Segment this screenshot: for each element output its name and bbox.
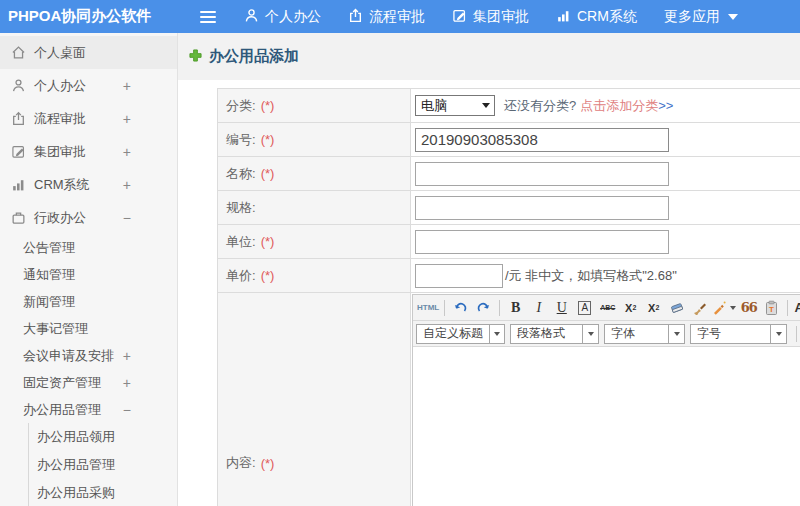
editor-toolbar-row2: 自定义标题 段落格式 字体 字号: [413, 321, 800, 347]
collapse-toggle[interactable]: −: [123, 402, 131, 418]
editor-content-area[interactable]: [413, 347, 800, 506]
field-label: 规格:: [226, 199, 256, 217]
expand-toggle[interactable]: +: [123, 348, 131, 364]
subscript-button[interactable]: X2: [643, 298, 664, 318]
select-caret-icon: [482, 103, 490, 108]
bar-chart-icon: [556, 8, 571, 26]
add-category-arrows[interactable]: >>: [658, 98, 673, 113]
supply-add-form: 分类:(*) 电脑 还没有分类? 点击添加分类 >> 编号:(*) 名称:(: [217, 88, 800, 506]
strikethrough-button[interactable]: ABC: [597, 298, 618, 318]
required-mark: (*): [261, 98, 275, 113]
caret-down-icon: [668, 325, 684, 343]
nav-crm[interactable]: CRM系统: [556, 8, 637, 26]
sidebar-item-office-supplies-mgmt[interactable]: 办公用品管理 −: [0, 396, 177, 423]
caret-down-icon: [489, 325, 504, 343]
app-logo: PHPOA协同办公软件: [0, 7, 180, 26]
sidebar-item-office-supplies-claim[interactable]: 办公用品领用: [28, 423, 177, 451]
redo-button[interactable]: [473, 298, 494, 318]
sidebar-item-crm[interactable]: CRM系统 +: [0, 168, 177, 201]
italic-button[interactable]: I: [528, 298, 549, 318]
category-select[interactable]: 电脑: [415, 95, 495, 116]
toolbar-separator: [787, 300, 788, 316]
field-label: 分类:: [226, 97, 256, 115]
html-source-button[interactable]: HTML: [417, 298, 439, 318]
edit-icon: [452, 8, 467, 26]
sidebar-item-news-mgmt[interactable]: 新闻管理: [0, 288, 177, 315]
blockquote-button[interactable]: 66: [738, 298, 759, 318]
user-icon: [244, 8, 259, 26]
page-title-band: 办公用品添加: [178, 33, 800, 80]
underline-button[interactable]: U: [551, 298, 572, 318]
expand-toggle[interactable]: +: [123, 144, 131, 160]
add-category-link[interactable]: 点击添加分类: [580, 97, 658, 115]
hamburger-menu-icon[interactable]: [196, 7, 220, 27]
form-row-code: 编号:(*): [218, 123, 800, 157]
editor-toolbar-row1: HTML B I U A ABC X2 X2: [413, 295, 800, 321]
form-row-unit: 单位:(*): [218, 225, 800, 259]
required-mark: (*): [261, 268, 275, 283]
expand-toggle[interactable]: +: [123, 177, 131, 193]
sidebar-item-personal-desktop[interactable]: 个人桌面: [0, 36, 177, 69]
nav-personal-office[interactable]: 个人办公: [244, 8, 321, 26]
spec-input[interactable]: [415, 196, 669, 220]
bold-button[interactable]: B: [505, 298, 526, 318]
collapse-toggle[interactable]: −: [123, 210, 131, 226]
caret-down-icon: [730, 306, 736, 310]
quick-format-icon[interactable]: [712, 298, 736, 318]
font-color-button[interactable]: A: [793, 298, 800, 318]
category-hint: 还没有分类?: [504, 97, 576, 115]
sidebar-item-group-approval[interactable]: 集团审批 +: [0, 135, 177, 168]
sidebar-item-announcement-mgmt[interactable]: 公告管理: [0, 234, 177, 261]
nav-more-apps[interactable]: 更多应用: [664, 8, 738, 26]
sidebar-item-meeting-request[interactable]: 会议申请及安排 +: [0, 342, 177, 369]
sidebar-item-admin-office[interactable]: 行政办公 −: [0, 201, 177, 234]
sidebar-item-memorabilia-mgmt[interactable]: 大事记管理: [0, 315, 177, 342]
svg-text:T: T: [769, 305, 774, 314]
format-painter-icon[interactable]: [689, 298, 710, 318]
edit-icon: [11, 144, 26, 159]
sidebar-item-personal-office[interactable]: 个人办公 +: [0, 69, 177, 102]
sidebar: 个人桌面 个人办公 + 流程审批 + 集团审批 + CRM系统 +: [0, 33, 178, 506]
expand-toggle[interactable]: +: [123, 78, 131, 94]
toolbar-separator: [499, 300, 500, 316]
required-mark: (*): [261, 132, 275, 147]
main-content: 办公用品添加 分类:(*) 电脑 还没有分类? 点击添加分类 >> 编号:(*): [178, 33, 800, 506]
sidebar-item-notice-mgmt[interactable]: 通知管理: [0, 261, 177, 288]
unit-input[interactable]: [415, 230, 669, 254]
superscript-button[interactable]: X2: [620, 298, 641, 318]
sidebar-item-fixed-assets-mgmt[interactable]: 固定资产管理 +: [0, 369, 177, 396]
font-size-select[interactable]: 字号: [690, 324, 787, 344]
price-input[interactable]: [415, 264, 503, 288]
field-label: 单价:: [226, 267, 256, 285]
top-nav: 个人办公 流程审批 集团审批 CRM系统 更多应用: [244, 8, 738, 26]
field-label: 内容:: [226, 454, 256, 472]
undo-button[interactable]: [450, 298, 471, 318]
font-family-select[interactable]: 字体: [604, 324, 685, 344]
user-icon: [11, 78, 26, 93]
toolbar-separator: [444, 300, 445, 316]
briefcase-icon: [11, 210, 26, 225]
caret-down-icon: [582, 325, 598, 343]
sidebar-item-workflow-approval[interactable]: 流程审批 +: [0, 102, 177, 135]
sidebar-item-office-supplies-purchase[interactable]: 办公用品采购: [28, 479, 177, 506]
share-icon: [11, 111, 26, 126]
heading-select[interactable]: 自定义标题: [416, 324, 505, 344]
eraser-icon[interactable]: [666, 298, 687, 318]
sidebar-item-office-supplies-manage[interactable]: 办公用品管理: [28, 451, 177, 479]
home-icon: [11, 45, 26, 60]
code-input[interactable]: [415, 128, 669, 152]
nav-group-approval[interactable]: 集团审批: [452, 8, 529, 26]
paste-plain-text-icon[interactable]: T: [761, 298, 782, 318]
field-label: 单位:: [226, 233, 256, 251]
form-row-price: 单价:(*) /元 非中文，如填写格式"2.68": [218, 259, 800, 293]
caret-down-icon: [728, 14, 738, 20]
expand-toggle[interactable]: +: [123, 375, 131, 391]
nav-workflow-approval[interactable]: 流程审批: [348, 8, 425, 26]
font-box-button[interactable]: A: [574, 298, 595, 318]
expand-toggle[interactable]: +: [123, 111, 131, 127]
name-input[interactable]: [415, 162, 669, 186]
toolbar-separator: [796, 326, 797, 342]
paragraph-format-select[interactable]: 段落格式: [510, 324, 599, 344]
page-title: 办公用品添加: [209, 47, 299, 66]
field-label: 名称:: [226, 165, 256, 183]
